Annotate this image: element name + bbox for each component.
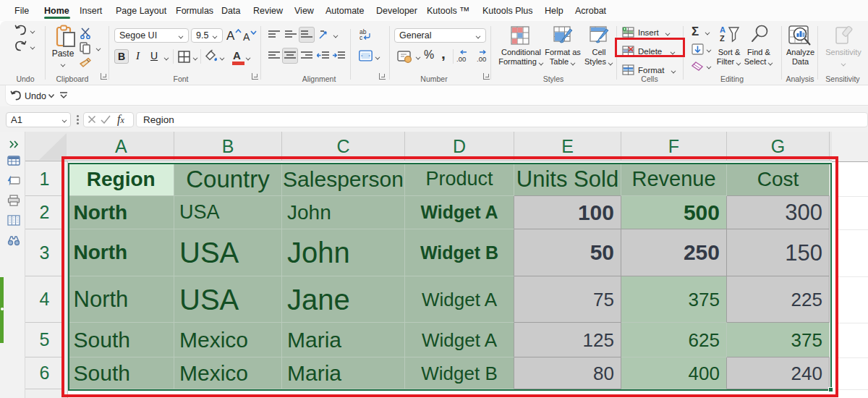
svg-text:Z: Z bbox=[720, 34, 725, 43]
svg-text:.00: .00 bbox=[477, 55, 486, 63]
svg-text:A: A bbox=[720, 25, 726, 34]
svg-text:.00: .00 bbox=[456, 55, 466, 63]
